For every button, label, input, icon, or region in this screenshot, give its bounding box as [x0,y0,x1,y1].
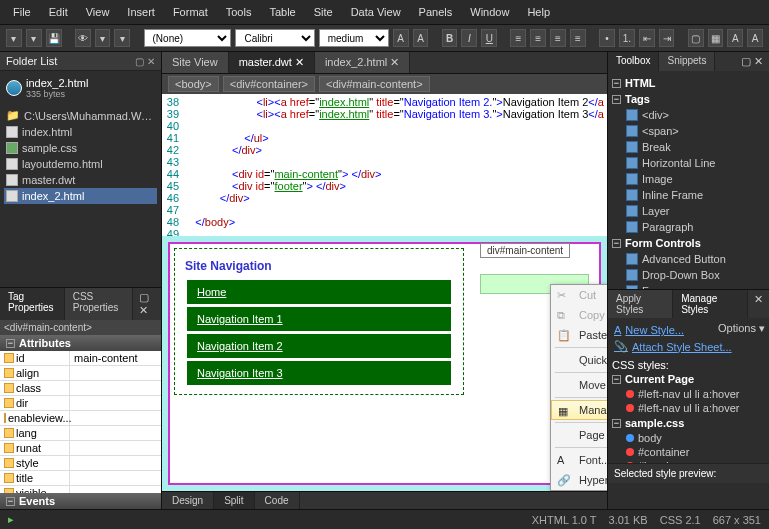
breadcrumb-item[interactable]: <div#container> [223,76,315,92]
menu-format[interactable]: Format [165,3,216,21]
new-button[interactable]: ▾ [6,29,22,47]
tag-props-crumb[interactable]: <div#main-content> [0,320,161,335]
toolbox-close-icon[interactable]: ▢ ✕ [735,52,769,71]
tab-manage-styles[interactable]: Manage Styles [673,290,748,318]
attr-row[interactable]: class [0,381,161,396]
indent-button[interactable]: ⇥ [659,29,675,47]
menu-insert[interactable]: Insert [119,3,163,21]
align-center-button[interactable]: ≡ [530,29,546,47]
bold-button[interactable]: B [442,29,458,47]
toolbox-item[interactable]: Layer [612,203,765,219]
attr-row[interactable]: visible [0,486,161,493]
font-family-select[interactable]: Calibri [235,29,314,47]
attr-row[interactable]: lang [0,426,161,441]
grow-font-button[interactable]: A [393,29,409,47]
context-menu-item[interactable]: AFont... [551,450,607,470]
view-tab-design[interactable]: Design [162,492,214,509]
folder-file[interactable]: layoutdemo.html [4,156,157,172]
italic-button[interactable]: I [461,29,477,47]
style-item[interactable]: body [612,431,765,445]
attr-row[interactable]: dir [0,396,161,411]
menu-file[interactable]: File [5,3,39,21]
tab-toolbox[interactable]: Toolbox [608,52,659,71]
nav-item[interactable]: Navigation Item 3 [187,361,451,385]
bullets-button[interactable]: • [599,29,615,47]
context-menu-item[interactable]: Quick Tag Editor... [551,350,607,370]
folder-path[interactable]: 📁 C:\Users\Muhammad.Waqas\Documents\M [4,107,157,124]
toolbox-item[interactable]: Image [612,171,765,187]
menu-help[interactable]: Help [519,3,558,21]
view-tab-split[interactable]: Split [214,492,254,509]
menu-data-view[interactable]: Data View [343,3,409,21]
doc-tab[interactable]: Site View [162,52,229,73]
tagprops-close-icon[interactable]: ▢ ✕ [133,288,161,320]
shrink-font-button[interactable]: A [413,29,429,47]
style-item[interactable]: #left-nav ul li a:hover [612,387,765,401]
menu-table[interactable]: Table [261,3,303,21]
doc-tab[interactable]: index_2.html ✕ [315,52,410,73]
breadcrumb-item[interactable]: <div#main-content> [319,76,430,92]
nav-item[interactable]: Home [187,280,451,304]
events-header[interactable]: −Events [0,493,161,509]
attr-row[interactable]: runat [0,441,161,456]
tab-css-properties[interactable]: CSS Properties [65,288,133,320]
font-color-button[interactable]: A [727,29,743,47]
toolbox-item[interactable]: <span> [612,123,765,139]
folder-file[interactable]: index.html [4,124,157,140]
style-group[interactable]: −Current Page [612,371,765,387]
breadcrumb-item[interactable]: <body> [168,76,219,92]
code-pane[interactable]: 3839404142434445464748495051 <li><a href… [162,94,607,236]
align-right-button[interactable]: ≡ [550,29,566,47]
toolbox-group[interactable]: −Form Controls [612,235,765,251]
underline-button[interactable]: U [481,29,497,47]
tab-apply-styles[interactable]: Apply Styles [608,290,673,318]
folder-file[interactable]: master.dwt [4,172,157,188]
tab-snippets[interactable]: Snippets [659,52,715,71]
visual-aids-icon[interactable]: ▸ [8,513,14,526]
folder-file[interactable]: index_2.html [4,188,157,204]
nav-item[interactable]: Navigation Item 1 [187,307,451,331]
style-item[interactable]: #left-nav ul li a:hover [612,401,765,415]
css-button[interactable]: ▾ [114,29,130,47]
preview-button[interactable]: 👁 [75,29,91,47]
numbering-button[interactable]: 1. [619,29,635,47]
attr-row[interactable]: align [0,366,161,381]
styles-close-icon[interactable]: ✕ [748,290,769,318]
menu-tools[interactable]: Tools [218,3,260,21]
highlight-button[interactable]: A [747,29,763,47]
menu-window[interactable]: Window [462,3,517,21]
context-menu-item[interactable]: 🔗Hyperlink... [551,470,607,490]
layers-button[interactable]: ▾ [95,29,111,47]
open-button[interactable]: ▾ [26,29,42,47]
align-left-button[interactable]: ≡ [510,29,526,47]
folder-list-close-icon[interactable]: ▢ ✕ [135,56,155,67]
design-pane[interactable]: div#main-content Site Navigation HomeNav… [162,236,607,491]
toolbox-item[interactable]: Break [612,139,765,155]
toolbox-item[interactable]: Drop-Down Box [612,267,765,283]
font-size-select[interactable]: medium [319,29,389,47]
doc-tab[interactable]: master.dwt ✕ [229,52,315,73]
toolbox-item[interactable]: Horizontal Line [612,155,765,171]
menu-view[interactable]: View [78,3,118,21]
styles-options-button[interactable]: Options ▾ [718,322,765,338]
attr-row[interactable]: enableview... [0,411,161,426]
table-button[interactable]: ▦ [708,29,724,47]
style-group[interactable]: −sample.css [612,415,765,431]
toolbox-item[interactable]: Paragraph [612,219,765,235]
context-menu-item[interactable]: ▦Manage Editable Regions... [551,400,607,420]
attach-stylesheet-link[interactable]: 📎Attach Style Sheet... [612,338,765,355]
toolbox-item[interactable]: Advanced Button [612,251,765,267]
attr-row[interactable]: style [0,456,161,471]
attr-row[interactable]: title [0,471,161,486]
folder-file[interactable]: sample.css [4,140,157,156]
menu-edit[interactable]: Edit [41,3,76,21]
nav-item[interactable]: Navigation Item 2 [187,334,451,358]
new-style-link[interactable]: ANew Style... [612,322,686,338]
context-menu-item[interactable]: 📋Paste [551,325,607,345]
editable-region-label[interactable]: div#main-content [480,243,570,258]
tab-tag-properties[interactable]: Tag Properties [0,288,65,320]
style-item[interactable]: #container [612,445,765,459]
justify-button[interactable]: ≡ [570,29,586,47]
view-tab-code[interactable]: Code [255,492,300,509]
toolbox-group[interactable]: −Tags [612,91,765,107]
